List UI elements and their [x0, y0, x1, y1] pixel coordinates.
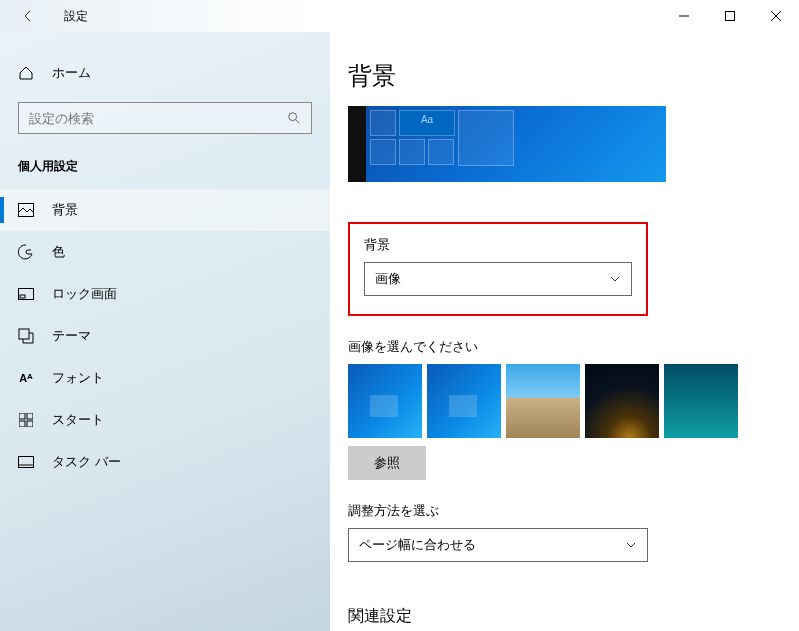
sidebar-item-fonts[interactable]: AA フォント [0, 357, 330, 399]
svg-rect-0 [726, 12, 735, 21]
theme-icon [18, 328, 34, 344]
svg-rect-10 [19, 457, 34, 468]
palette-icon [18, 244, 34, 260]
sidebar-item-label: テーマ [52, 327, 91, 345]
background-label: 背景 [364, 236, 632, 254]
sidebar-item-colors[interactable]: 色 [0, 231, 330, 273]
start-icon [18, 413, 34, 427]
svg-point-1 [289, 113, 297, 121]
sidebar-item-label: タスク バー [52, 453, 121, 471]
wallpaper-thumb[interactable] [348, 364, 422, 438]
sidebar-item-label: ロック画面 [52, 285, 117, 303]
close-button[interactable] [753, 0, 799, 32]
wallpaper-thumb[interactable] [664, 364, 738, 438]
wallpaper-thumb[interactable] [427, 364, 501, 438]
thumbnail-row [348, 364, 799, 438]
maximize-button[interactable] [707, 0, 753, 32]
wallpaper-thumb[interactable] [506, 364, 580, 438]
lockscreen-icon [18, 288, 34, 300]
search-box[interactable] [18, 102, 312, 134]
home-label: ホーム [52, 64, 91, 82]
taskbar-icon [18, 456, 34, 468]
wallpaper-thumb[interactable] [585, 364, 659, 438]
title-bar: 設定 [0, 0, 799, 32]
window-title: 設定 [64, 8, 88, 25]
home-link[interactable]: ホーム [0, 58, 330, 88]
svg-rect-8 [19, 421, 25, 427]
page-title: 背景 [348, 60, 799, 92]
content-area: 背景 Aa 背景 画像 [330, 32, 799, 631]
sidebar-item-label: スタート [52, 411, 104, 429]
sidebar-item-label: フォント [52, 369, 104, 387]
fit-dropdown[interactable]: ページ幅に合わせる [348, 528, 648, 562]
chevron-down-icon [625, 539, 637, 551]
desktop-preview: Aa [348, 106, 666, 182]
svg-rect-7 [27, 413, 33, 419]
related-settings-header: 関連設定 [348, 606, 799, 627]
fit-label: 調整方法を選ぶ [348, 502, 799, 520]
svg-rect-5 [19, 329, 29, 339]
sidebar: ホーム 個人用設定 背景 色 ロック画面 テーマ [0, 32, 330, 631]
picture-icon [18, 203, 34, 217]
category-header: 個人用設定 [0, 158, 330, 189]
sidebar-item-background[interactable]: 背景 [0, 189, 330, 231]
font-icon: AA [18, 372, 34, 384]
browse-button[interactable]: 参照 [348, 446, 426, 480]
search-icon [287, 111, 301, 125]
background-section-highlight: 背景 画像 [348, 222, 648, 316]
preview-tile-aa: Aa [399, 110, 455, 136]
svg-rect-6 [19, 413, 25, 419]
search-input[interactable] [29, 111, 287, 126]
dropdown-value: 画像 [375, 270, 401, 288]
choose-image-label: 画像を選んでください [348, 338, 799, 356]
sidebar-item-taskbar[interactable]: タスク バー [0, 441, 330, 483]
sidebar-item-label: 背景 [52, 201, 78, 219]
svg-rect-4 [20, 295, 25, 298]
sidebar-item-start[interactable]: スタート [0, 399, 330, 441]
back-button[interactable] [20, 8, 36, 24]
svg-rect-9 [27, 421, 33, 427]
chevron-down-icon [609, 273, 621, 285]
sidebar-item-label: 色 [52, 243, 65, 261]
sidebar-item-lockscreen[interactable]: ロック画面 [0, 273, 330, 315]
dropdown-value: ページ幅に合わせる [359, 536, 476, 554]
home-icon [18, 65, 34, 81]
minimize-button[interactable] [661, 0, 707, 32]
background-type-dropdown[interactable]: 画像 [364, 262, 632, 296]
sidebar-item-themes[interactable]: テーマ [0, 315, 330, 357]
